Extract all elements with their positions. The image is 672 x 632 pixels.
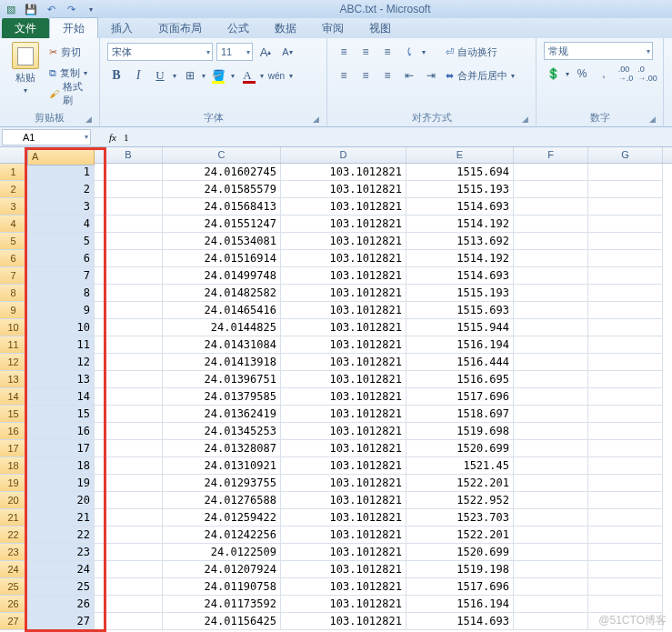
- cell[interactable]: [95, 423, 163, 440]
- cell[interactable]: 1520.699: [406, 440, 514, 457]
- cell[interactable]: 1514.192: [406, 250, 514, 267]
- cell[interactable]: 103.1012821: [281, 164, 406, 181]
- cell[interactable]: [95, 181, 163, 198]
- cell[interactable]: 103.1012821: [281, 596, 406, 613]
- cell[interactable]: 1522.201: [406, 527, 514, 544]
- cell[interactable]: 24.01431084: [163, 336, 281, 354]
- cell[interactable]: [514, 406, 588, 423]
- increase-decimal-button[interactable]: .00→.0: [617, 65, 635, 83]
- cell[interactable]: [514, 544, 588, 561]
- row-header[interactable]: 16: [0, 423, 27, 440]
- cell[interactable]: 24.01190758: [163, 578, 281, 596]
- cell[interactable]: [95, 371, 163, 388]
- cell[interactable]: [514, 613, 588, 630]
- cell[interactable]: 1514.693: [406, 198, 514, 216]
- bold-button[interactable]: B: [107, 66, 125, 85]
- row-header[interactable]: 11: [0, 336, 27, 354]
- row-header[interactable]: 23: [0, 544, 27, 561]
- cell[interactable]: 1515.193: [406, 285, 514, 302]
- cell[interactable]: 24.01602745: [163, 164, 281, 181]
- chevron-down-icon[interactable]: ▾: [260, 72, 264, 80]
- cell[interactable]: 24.01413918: [163, 354, 281, 371]
- cell[interactable]: 24.01551247: [163, 216, 281, 233]
- cell[interactable]: 25: [27, 578, 95, 596]
- save-icon[interactable]: 💾: [24, 2, 38, 16]
- cell[interactable]: 24.01345253: [163, 423, 281, 440]
- font-name-select[interactable]: 宋体▾: [107, 43, 213, 61]
- cell[interactable]: 103.1012821: [281, 285, 406, 302]
- cell[interactable]: 24.01379585: [163, 388, 281, 406]
- cell[interactable]: [95, 164, 163, 181]
- cell[interactable]: 1522.201: [406, 475, 514, 492]
- cell[interactable]: 1518.697: [406, 406, 514, 423]
- cell[interactable]: 1519.198: [406, 561, 514, 578]
- cell[interactable]: 103.1012821: [281, 406, 406, 423]
- tab-view[interactable]: 视图: [356, 18, 404, 38]
- row-header[interactable]: 10: [0, 319, 27, 336]
- cell[interactable]: 13: [27, 371, 95, 388]
- font-color-button[interactable]: A: [238, 66, 256, 85]
- align-bottom-button[interactable]: ≡: [378, 43, 396, 61]
- cell[interactable]: 17: [27, 440, 95, 457]
- cell[interactable]: 1513.692: [406, 233, 514, 250]
- row-header[interactable]: 1: [0, 164, 27, 181]
- cell[interactable]: 1516.194: [406, 336, 514, 354]
- row-header[interactable]: 8: [0, 285, 27, 302]
- undo-icon[interactable]: ↶: [44, 2, 58, 16]
- cell[interactable]: 1517.696: [406, 388, 514, 406]
- cell[interactable]: 24.01516914: [163, 250, 281, 267]
- cell[interactable]: 1: [27, 164, 95, 181]
- cell[interactable]: [514, 492, 588, 509]
- cell[interactable]: [95, 457, 163, 475]
- cell[interactable]: 103.1012821: [281, 440, 406, 457]
- dialog-launcher-icon[interactable]: ◢: [522, 115, 528, 124]
- cell[interactable]: 7: [27, 267, 95, 285]
- tab-formula[interactable]: 公式: [215, 18, 262, 38]
- tab-data[interactable]: 数据: [262, 18, 309, 38]
- row-header[interactable]: 27: [0, 613, 27, 630]
- cell[interactable]: [95, 198, 163, 216]
- cell[interactable]: 26: [27, 596, 95, 613]
- cell[interactable]: 103.1012821: [281, 250, 406, 267]
- cell[interactable]: [588, 181, 663, 198]
- cell[interactable]: [95, 596, 163, 613]
- row-header[interactable]: 19: [0, 475, 27, 492]
- cell[interactable]: 14: [27, 388, 95, 406]
- cell[interactable]: [514, 198, 588, 216]
- cell[interactable]: [514, 319, 588, 336]
- cell[interactable]: [95, 267, 163, 285]
- cell[interactable]: [588, 561, 663, 578]
- col-header-F[interactable]: F: [514, 147, 588, 163]
- cell[interactable]: 1522.952: [406, 492, 514, 509]
- cell[interactable]: [588, 336, 663, 354]
- cell[interactable]: 24.01310921: [163, 457, 281, 475]
- chevron-down-icon[interactable]: ▾: [202, 72, 206, 80]
- font-size-select[interactable]: 11▾: [216, 43, 253, 61]
- cut-button[interactable]: ✂剪切: [49, 42, 92, 62]
- cell[interactable]: [514, 509, 588, 527]
- cell[interactable]: 24.01362419: [163, 406, 281, 423]
- cell[interactable]: [514, 354, 588, 371]
- chevron-down-icon[interactable]: ▾: [566, 70, 569, 78]
- cell[interactable]: [514, 302, 588, 319]
- cell[interactable]: [95, 440, 163, 457]
- cell[interactable]: 103.1012821: [281, 371, 406, 388]
- cell[interactable]: [514, 371, 588, 388]
- dialog-launcher-icon[interactable]: ◢: [85, 115, 92, 124]
- row-header[interactable]: 7: [0, 267, 27, 285]
- cell[interactable]: [95, 578, 163, 596]
- cell[interactable]: [588, 302, 663, 319]
- spreadsheet-grid[interactable]: A B C D E F G 1124.01602745103.101282115…: [0, 147, 672, 632]
- cell[interactable]: 18: [27, 457, 95, 475]
- cell[interactable]: 103.1012821: [281, 578, 406, 596]
- row-header[interactable]: 26: [0, 596, 27, 613]
- dialog-launcher-icon[interactable]: ◢: [649, 115, 656, 124]
- cell[interactable]: [514, 561, 588, 578]
- qat-dropdown-icon[interactable]: ▾: [84, 2, 98, 16]
- cell[interactable]: 1521.45: [406, 457, 514, 475]
- cell[interactable]: 103.1012821: [281, 198, 406, 216]
- grow-font-button[interactable]: A▴: [256, 43, 275, 61]
- cell[interactable]: 24.01534081: [163, 233, 281, 250]
- redo-icon[interactable]: ↷: [64, 2, 78, 16]
- cell[interactable]: 1516.194: [406, 596, 514, 613]
